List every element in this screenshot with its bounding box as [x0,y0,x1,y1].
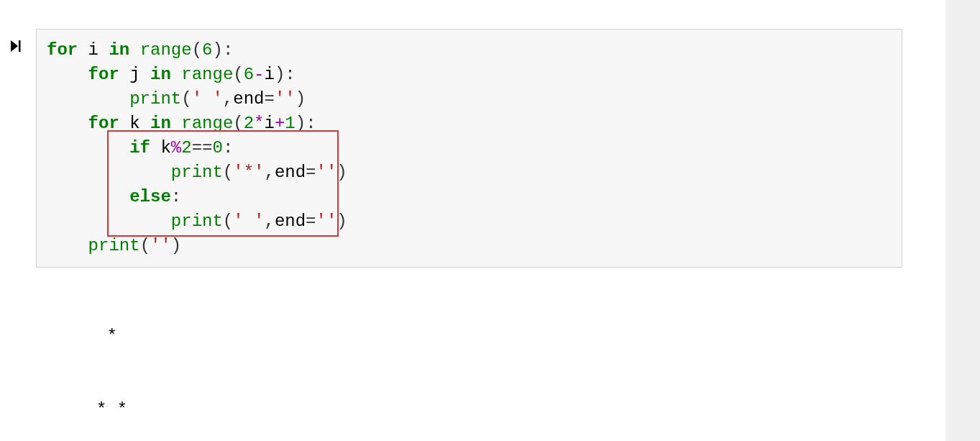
output-line: * * [45,398,169,422]
vertical-scrollbar-track[interactable] [945,0,980,441]
code-line-7: else: [47,185,892,209]
code-input-cell[interactable]: for i in range(6): for j in range(6-i): … [36,29,902,268]
code-line-1: for i in range(6): [47,38,892,63]
code-line-6: print('*',end='') [47,160,892,185]
cell-output-area: * * * * * * * * * * * * * * * * * * * * … [45,276,169,441]
code-line-8: print(' ',end='') [47,209,892,234]
svg-rect-0 [19,40,21,52]
code-line-5: if k%2==0: [47,136,892,160]
editor-main-area: for i in range(6): for j in range(6-i): … [0,0,945,441]
output-line: * [45,324,169,349]
code-line-9: print('') [47,234,892,258]
code-line-4: for k in range(2*i+1): [47,112,892,136]
code-line-2: for j in range(6-i): [47,63,892,87]
cell-prompt-area [10,40,32,56]
code-line-3: print(' ',end='') [47,87,892,112]
run-cell-icon[interactable] [10,40,23,57]
